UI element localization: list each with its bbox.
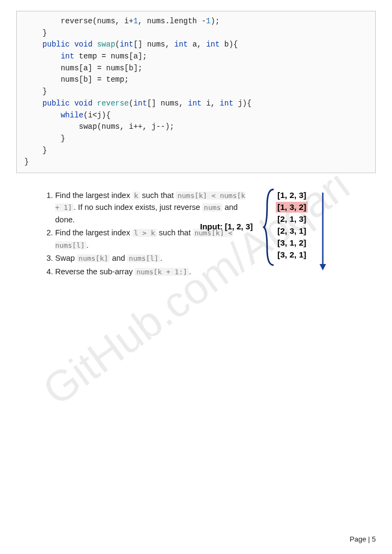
svg-marker-1 — [320, 264, 326, 271]
paren: ( — [129, 99, 133, 108]
t: . — [87, 241, 89, 249]
params: [] nums, — [134, 40, 175, 49]
kw-int: int — [134, 99, 147, 108]
params: b){ — [220, 40, 238, 49]
kw-int: int — [61, 52, 74, 61]
t: . — [189, 267, 191, 276]
t: Reverse the sub-array — [55, 267, 135, 276]
kw-int: int — [206, 40, 220, 49]
code-line: } — [24, 134, 65, 143]
kw-int: int — [174, 40, 188, 49]
curly-brace-icon — [263, 187, 276, 267]
perm-item: [2, 1, 3] — [276, 214, 308, 225]
input-label: Input: [1, 2, 3] — [200, 222, 253, 231]
code-line: } — [24, 157, 29, 166]
step-1: Find the largest index k such that nums[… — [55, 189, 250, 226]
kw-public: public — [43, 99, 70, 108]
indent — [24, 111, 61, 120]
code-k: k — [132, 192, 140, 200]
permutation-list: [1, 2, 3] [1, 3, 2] [2, 1, 3] [2, 3, 1] … — [276, 189, 308, 261]
permutation-diagram: Input: [1, 2, 3] [1, 2, 3] [1, 3, 2] [2,… — [260, 189, 376, 279]
code-line: } — [24, 146, 47, 155]
params: i, — [202, 99, 220, 108]
t: . — [160, 254, 162, 262]
page-footer: Page | 5 — [350, 535, 376, 543]
t: Find the largest index — [55, 228, 132, 237]
kw-int: int — [119, 40, 133, 49]
t: . If no such index exists, just reverse — [74, 203, 202, 212]
down-arrow-icon — [318, 190, 328, 272]
fn-swap: swap — [97, 40, 115, 49]
code-line: } — [24, 87, 47, 96]
code-text: (i<j){ — [83, 111, 110, 120]
code-slice: nums[k + 1:] — [135, 268, 189, 276]
kw-while: while — [61, 111, 83, 120]
t: such that — [140, 191, 176, 200]
kw-void: void — [74, 40, 92, 49]
perm-item: [3, 1, 2] — [276, 238, 308, 248]
code-text: , nums.length - — [138, 17, 206, 25]
kw-int: int — [220, 99, 233, 108]
step-4: Reverse the sub-array nums[k + 1:]. — [55, 266, 250, 278]
code-text: ); — [210, 17, 220, 25]
perm-item: [1, 2, 3] — [276, 190, 308, 201]
t: such that — [157, 228, 193, 237]
code-line: nums[b] = temp; — [24, 75, 129, 84]
kw-int: int — [188, 99, 202, 108]
code-numsl: nums[l] — [127, 254, 160, 262]
code-line: swap(nums, i++, j--); — [24, 122, 174, 131]
code-indent — [24, 40, 43, 49]
algorithm-steps: Find the largest index k such that nums[… — [16, 189, 250, 279]
fn-reverse: reverse — [97, 99, 129, 108]
code-lgk: l > k — [132, 229, 157, 237]
code-nums: nums — [202, 203, 222, 212]
code-line: nums[a] = nums[b]; — [24, 64, 142, 72]
perm-item: [2, 3, 1] — [276, 226, 308, 236]
perm-item-highlighted: [1, 3, 2] — [276, 202, 308, 213]
step-3: Swap nums[k] and nums[l]. — [55, 252, 250, 264]
code-number: 1 — [134, 17, 138, 25]
t: and — [110, 254, 127, 262]
t: Find the largest index — [55, 191, 132, 200]
content-row: Find the largest index k such that nums[… — [16, 189, 376, 279]
code-text: temp = nums[a]; — [74, 52, 147, 61]
params: j){ — [234, 99, 252, 108]
code-numsk: nums[k] — [77, 254, 110, 262]
params: a, — [188, 40, 207, 49]
perm-item: [3, 2, 1] — [276, 249, 308, 260]
code-line: } — [24, 29, 47, 37]
indent — [24, 99, 43, 108]
params: [] nums, — [147, 99, 188, 108]
t: Swap — [55, 254, 77, 262]
code-block: reverse(nums, i+1, nums.length -1); } pu… — [16, 11, 376, 173]
kw-public: public — [43, 40, 70, 49]
kw-void: void — [74, 99, 92, 108]
indent — [24, 52, 61, 61]
page-content: reverse(nums, i+1, nums.length -1); } pu… — [0, 0, 392, 279]
code-line: reverse(nums, i+ — [24, 17, 134, 25]
